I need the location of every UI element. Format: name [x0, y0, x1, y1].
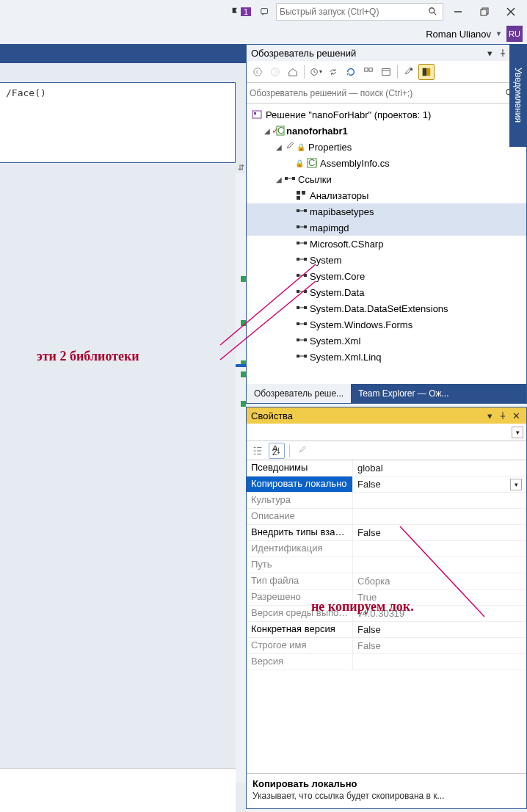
- solution-node[interactable]: Решение "nanoForHabr" (проектов: 1): [247, 106, 526, 123]
- ref-item[interactable]: Microsoft.CSharp: [247, 236, 526, 252]
- property-value[interactable]: False: [353, 622, 526, 637]
- user-dropdown-icon[interactable]: ▼: [495, 30, 502, 37]
- property-value[interactable]: True: [353, 590, 526, 605]
- property-value[interactable]: False▾: [353, 476, 526, 492]
- back-icon[interactable]: [250, 64, 266, 80]
- analyzers-node[interactable]: Анализаторы: [247, 187, 526, 203]
- property-row[interactable]: Копировать локальноFalse▾: [247, 476, 526, 493]
- property-row[interactable]: Версия: [247, 654, 526, 670]
- property-row[interactable]: Культура: [247, 493, 526, 509]
- panel-menu-icon[interactable]: ▾: [484, 47, 495, 59]
- solution-tree[interactable]: Решение "nanoForHabr" (проектов: 1) ◢✓C#…: [247, 104, 526, 384]
- scrollbar-track[interactable]: [236, 173, 246, 783]
- solution-search-input[interactable]: [250, 88, 504, 98]
- flag-count-badge: 1: [241, 7, 251, 16]
- property-grid[interactable]: ПсевдонимыglobalКопировать локальноFalse…: [247, 460, 526, 773]
- svg-rect-13: [382, 68, 390, 75]
- categorized-icon[interactable]: [250, 443, 266, 459]
- pin-icon[interactable]: [497, 47, 509, 59]
- property-row[interactable]: Внедрить типы взаимодействияFalse: [247, 525, 526, 541]
- ref-mapibasetypes[interactable]: mapibasetypes: [247, 203, 526, 220]
- property-value[interactable]: [353, 541, 526, 557]
- property-row[interactable]: РазрешеноTrue: [247, 590, 526, 606]
- assemblyinfo-node[interactable]: 🔒C#AssemblyInfo.cs: [247, 155, 526, 171]
- property-value[interactable]: [353, 557, 526, 573]
- ref-item[interactable]: System.Xml.Linq: [247, 349, 526, 365]
- properties-node[interactable]: ◢🔒Properties: [247, 139, 526, 155]
- history-icon[interactable]: ▾: [308, 64, 324, 80]
- property-row[interactable]: Конкретная версияFalse: [247, 622, 526, 638]
- ref-item[interactable]: System.Xml: [247, 333, 526, 349]
- svg-rect-57: [297, 338, 299, 341]
- preview-icon[interactable]: [418, 64, 435, 80]
- refresh-icon[interactable]: [343, 64, 359, 80]
- property-name: Идентификация: [247, 541, 353, 557]
- reference-icon: [295, 353, 308, 360]
- notifications-side-tab[interactable]: Уведомления: [509, 44, 527, 147]
- svg-rect-33: [297, 209, 299, 212]
- quick-launch-input[interactable]: [280, 7, 426, 17]
- property-row[interactable]: Тип файлаСборка: [247, 573, 526, 590]
- property-row[interactable]: Идентификация: [247, 541, 526, 557]
- property-row[interactable]: Версия среды выполненияv4.0.30319: [247, 606, 526, 622]
- minimize-button[interactable]: [446, 2, 470, 21]
- property-row[interactable]: Путь: [247, 557, 526, 573]
- property-name: Версия: [247, 654, 353, 670]
- property-value[interactable]: [353, 493, 526, 508]
- home-icon[interactable]: [285, 64, 301, 80]
- collapse-icon[interactable]: [360, 64, 377, 80]
- panel-menu-icon[interactable]: ▾: [484, 410, 495, 421]
- ref-item[interactable]: System.Windows.Forms: [247, 316, 526, 333]
- close-button[interactable]: [499, 2, 523, 21]
- property-value[interactable]: v4.0.30319: [353, 606, 526, 621]
- property-pages-icon[interactable]: [294, 443, 310, 459]
- property-value[interactable]: False: [353, 525, 526, 540]
- property-value[interactable]: [353, 654, 526, 670]
- property-name: Строгое имя: [247, 638, 353, 653]
- property-value[interactable]: Сборка: [353, 573, 526, 589]
- tab-solution-explorer[interactable]: Обозреватель реше...: [247, 384, 351, 403]
- project-node[interactable]: ◢✓C#nanoforhabr1: [247, 123, 526, 139]
- quick-launch-search[interactable]: [276, 3, 443, 21]
- ref-item[interactable]: System.Data.DataSetExtensions: [247, 300, 526, 316]
- properties-icon[interactable]: [401, 64, 417, 80]
- restore-button[interactable]: [473, 2, 496, 21]
- value-dropdown-icon[interactable]: ▾: [510, 479, 522, 490]
- svg-rect-42: [297, 258, 299, 261]
- feedback-icon[interactable]: [257, 4, 273, 20]
- object-selector-dropdown[interactable]: ▾: [512, 427, 523, 438]
- svg-rect-32: [297, 196, 300, 200]
- ref-item[interactable]: System.Data: [247, 284, 526, 300]
- property-value[interactable]: global: [353, 460, 526, 476]
- editor-code-fragment[interactable]: /Face(): [0, 83, 235, 103]
- user-avatar[interactable]: RU: [506, 26, 523, 42]
- property-row[interactable]: Строгое имяFalse: [247, 638, 526, 654]
- alphabetical-icon[interactable]: AZ: [269, 443, 285, 459]
- search-icon[interactable]: [426, 5, 440, 18]
- property-row[interactable]: Описание: [247, 509, 526, 525]
- property-value[interactable]: False: [353, 638, 526, 653]
- prop-description-title: Копировать локально: [252, 778, 520, 789]
- show-all-icon[interactable]: [378, 64, 394, 80]
- ref-mapimgd[interactable]: mapimgd: [247, 220, 526, 236]
- property-value[interactable]: [353, 509, 526, 524]
- forward-icon[interactable]: [267, 64, 283, 80]
- references-icon: [283, 175, 297, 184]
- ref-item[interactable]: System: [247, 252, 526, 268]
- svg-rect-37: [304, 225, 307, 228]
- reference-icon: [295, 240, 308, 247]
- pin-icon[interactable]: [497, 410, 509, 421]
- svg-rect-40: [304, 242, 307, 244]
- references-node[interactable]: ◢Ссылки: [247, 171, 526, 187]
- ref-item[interactable]: System.Core: [247, 268, 526, 284]
- panel-close-icon[interactable]: ✕: [510, 410, 522, 421]
- svg-rect-17: [423, 68, 426, 76]
- property-row[interactable]: Псевдонимыglobal: [247, 460, 526, 476]
- svg-rect-11: [365, 68, 368, 70]
- tab-team-explorer[interactable]: Team Explorer — Ож...: [351, 384, 456, 403]
- sync-icon[interactable]: [325, 64, 341, 80]
- notifications-flag[interactable]: 1: [230, 7, 251, 17]
- split-icon[interactable]: ⇵: [236, 163, 246, 173]
- property-name: Конкретная версия: [247, 622, 353, 637]
- user-name[interactable]: Roman Ulianov: [426, 29, 491, 40]
